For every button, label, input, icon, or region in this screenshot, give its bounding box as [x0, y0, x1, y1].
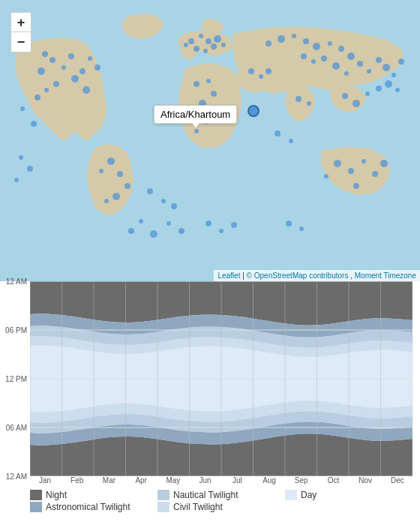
day-label: Day — [301, 490, 316, 500]
legend-astronomical: Astronomical Twilight — [30, 502, 158, 512]
svg-point-93 — [166, 221, 171, 226]
svg-point-43 — [259, 74, 263, 79]
legend-nautical: Nautical Twilight — [158, 490, 285, 500]
svg-point-52 — [338, 46, 344, 52]
y-label-6am: 06 AM — [6, 424, 27, 432]
svg-point-27 — [206, 38, 212, 44]
y-axis-labels: 12 AM 06 PM 12 PM 06 AM 12 AM — [0, 281, 30, 476]
day-swatch — [285, 490, 297, 500]
astronomical-label: Astronomical Twilight — [46, 502, 130, 512]
svg-point-23 — [161, 199, 166, 203]
svg-point-4 — [68, 53, 74, 59]
svg-point-16 — [107, 158, 115, 165]
svg-point-9 — [44, 88, 49, 92]
svg-point-32 — [211, 44, 217, 50]
svg-point-78 — [372, 171, 378, 177]
y-label-12pm: 12 PM — [5, 375, 27, 383]
svg-point-10 — [34, 94, 40, 100]
x-label-feb: Feb — [62, 476, 92, 484]
svg-point-31 — [203, 49, 208, 53]
nautical-label: Nautical Twilight — [173, 490, 238, 500]
svg-point-86 — [299, 226, 304, 231]
svg-point-54 — [357, 61, 363, 67]
chart-section: 12 AM 06 PM 12 PM 06 AM 12 AM — [0, 281, 420, 528]
x-label-apr: Apr — [126, 476, 156, 484]
svg-point-5 — [71, 75, 79, 82]
astronomical-swatch — [30, 502, 42, 512]
x-label-oct: Oct — [318, 476, 348, 484]
svg-point-53 — [347, 52, 355, 60]
svg-point-40 — [194, 129, 199, 134]
moment-link[interactable]: Moment Timezone — [355, 272, 416, 280]
svg-point-1 — [38, 68, 45, 75]
svg-point-63 — [332, 62, 340, 70]
svg-point-29 — [221, 43, 226, 47]
legend-day: Day — [285, 490, 412, 500]
tooltip-text: Africa/Khartoum — [160, 109, 230, 120]
civil-label: Civil Twilight — [173, 502, 223, 512]
svg-point-85 — [286, 220, 292, 226]
svg-point-73 — [274, 130, 280, 136]
svg-point-84 — [14, 178, 19, 182]
svg-point-68 — [352, 100, 360, 107]
svg-point-2 — [50, 57, 56, 63]
svg-point-22 — [147, 188, 153, 194]
svg-point-83 — [27, 166, 33, 172]
svg-point-6 — [80, 68, 86, 74]
map-tooltip: Africa/Khartoum — [154, 105, 237, 124]
svg-point-46 — [266, 40, 272, 46]
svg-point-91 — [128, 228, 134, 234]
svg-point-69 — [365, 92, 370, 96]
svg-point-64 — [344, 71, 349, 76]
svg-point-44 — [266, 68, 272, 74]
twilight-chart — [30, 281, 412, 476]
svg-point-48 — [292, 34, 296, 38]
svg-point-7 — [82, 86, 90, 94]
svg-point-19 — [124, 183, 130, 189]
map-container[interactable]: + − Africa/Khartoum Leaflet | © OpenStre… — [0, 0, 420, 281]
svg-point-15 — [88, 56, 92, 61]
svg-point-94 — [178, 228, 184, 234]
svg-point-60 — [301, 53, 307, 59]
osm-link[interactable]: © OpenStreetMap contributors — [247, 272, 349, 280]
civil-swatch — [158, 502, 170, 512]
svg-point-88 — [219, 229, 224, 233]
svg-point-59 — [398, 58, 404, 64]
svg-point-76 — [348, 168, 354, 174]
svg-point-13 — [42, 51, 48, 57]
svg-point-14 — [94, 64, 100, 70]
y-label-12am-bot: 12 AM — [6, 472, 27, 481]
svg-point-90 — [139, 219, 143, 224]
svg-point-70 — [376, 86, 382, 92]
svg-point-67 — [342, 93, 348, 99]
chart-area — [30, 281, 412, 476]
chart-legend: Night Nautical Twilight Day Astronomical… — [30, 490, 412, 512]
x-label-jan: Jan — [30, 476, 60, 484]
svg-point-51 — [328, 41, 332, 46]
y-label-6pm: 06 PM — [5, 326, 27, 334]
x-label-sep: Sep — [286, 476, 316, 484]
x-label-dec: Dec — [382, 476, 412, 484]
zoom-out-button[interactable]: − — [11, 32, 31, 52]
zoom-in-button[interactable]: + — [11, 13, 31, 32]
svg-point-79 — [380, 160, 388, 167]
svg-point-71 — [385, 80, 392, 88]
svg-point-74 — [289, 139, 293, 143]
svg-point-35 — [206, 79, 211, 83]
svg-point-61 — [311, 59, 316, 64]
svg-point-34 — [194, 81, 200, 87]
leaflet-link[interactable]: Leaflet — [218, 272, 240, 280]
svg-point-42 — [248, 68, 254, 74]
night-label: Night — [46, 490, 67, 500]
svg-point-33 — [184, 43, 188, 47]
svg-point-49 — [303, 38, 309, 44]
night-swatch — [30, 490, 42, 500]
svg-point-50 — [313, 43, 320, 50]
svg-point-8 — [53, 81, 59, 87]
svg-point-57 — [382, 64, 390, 71]
svg-point-89 — [231, 222, 237, 228]
svg-point-45 — [248, 106, 259, 116]
nautical-swatch — [158, 490, 170, 500]
svg-point-87 — [206, 220, 212, 226]
x-label-mar: Mar — [94, 476, 124, 484]
